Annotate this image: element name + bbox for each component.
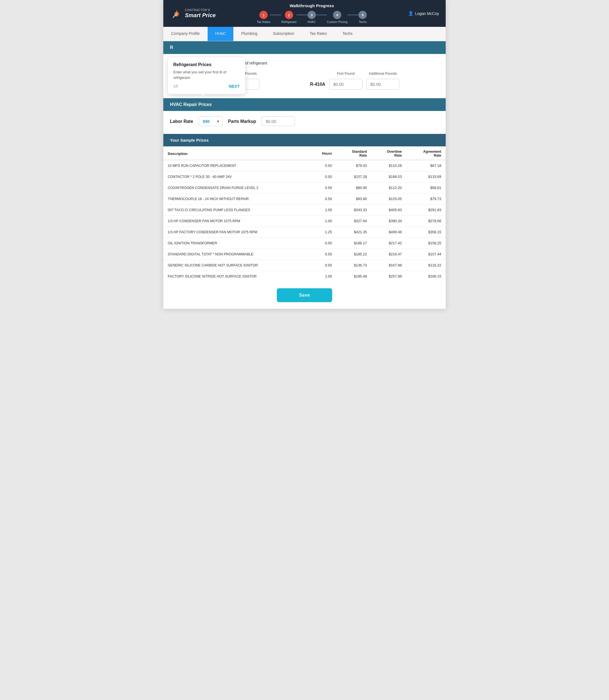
cell-overtime-3: $125.05 bbox=[371, 193, 406, 204]
cell-desc-3: THERMOCOUPLE 18 - 24 INCH WITHOUT REPAIR bbox=[163, 193, 309, 204]
r410a-group: First Pound Additional Pounds R-410A bbox=[310, 72, 439, 90]
cell-overtime-4: $405.83 bbox=[371, 204, 406, 216]
cell-overtime-2: $112.20 bbox=[371, 182, 406, 193]
tooltip-desc: Enter what you sell your first lb of ref… bbox=[173, 69, 240, 80]
table-row: STANDARD DIGITAL TSTAT * NON PROGRAMMABL… bbox=[163, 249, 446, 260]
refrigerant-section-header: R bbox=[163, 41, 446, 54]
save-button[interactable]: Save bbox=[277, 288, 332, 302]
main-content: R Refrigerant Prices Enter what you sell… bbox=[163, 41, 446, 309]
cell-overtime-1: $188.53 bbox=[371, 171, 406, 182]
cell-hours-6: 1.25 bbox=[309, 227, 336, 238]
cell-overtime-5: $390.34 bbox=[371, 216, 406, 227]
table-row: 1/3 HP FACTORY CONDENSER FAN MOTOR 1075 … bbox=[163, 227, 446, 238]
cell-standard-5: $327.84 bbox=[336, 216, 371, 227]
tab-company-profile[interactable]: Company Profile bbox=[163, 27, 208, 41]
tab-hvac[interactable]: HVAC bbox=[208, 27, 233, 41]
cell-desc-6: 1/3 HP FACTORY CONDENSER FAN MOTOR 1075 … bbox=[163, 227, 309, 238]
save-section: Save bbox=[163, 282, 446, 309]
cell-hours-3: 0.50 bbox=[309, 193, 336, 204]
step-circle-1: 1 bbox=[259, 11, 268, 19]
tooltip-step: 1/5 bbox=[173, 84, 178, 88]
sample-prices-header: Your Sample Prices bbox=[163, 134, 446, 146]
hvac-repair-controls-section: Labor Rate $75 $80 $85 $90 $95 $100 $110… bbox=[163, 111, 446, 134]
r410a-col-headers: First Pound Additional Pounds bbox=[310, 72, 439, 75]
top-bar: CONTRACTOR'S Smart Price Walkthrough Pro… bbox=[163, 0, 446, 27]
table-row: GENERIC SILICONE CARBIDE HOT SURFACE IGN… bbox=[163, 260, 446, 271]
col-header-agreement: AgreementRate bbox=[406, 146, 446, 160]
cell-overtime-7: $217.42 bbox=[371, 238, 406, 249]
logo-area: CONTRACTOR'S Smart Price bbox=[170, 7, 216, 20]
tab-subscription[interactable]: Subscription bbox=[265, 27, 302, 41]
cell-desc-9: GENERIC SILICONE CARBIDE HOT SURFACE IGN… bbox=[163, 260, 309, 271]
step-label-5: Techs bbox=[359, 20, 367, 23]
cell-hours-9: 0.50 bbox=[309, 260, 336, 271]
logo-text: CONTRACTOR'S Smart Price bbox=[185, 8, 216, 19]
step-circle-5: 5 bbox=[359, 11, 367, 19]
cell-overtime-10: $257.98 bbox=[371, 271, 406, 282]
cell-desc-8: STANDARD DIGITAL TSTAT * NON PROGRAMMABL… bbox=[163, 249, 309, 260]
step-4[interactable]: 4 Custom Pricing bbox=[327, 11, 348, 23]
tab-nav: Company Profile HVAC Plumbing Subscripti… bbox=[163, 27, 446, 41]
cell-overtime-6: $499.48 bbox=[371, 227, 406, 238]
user-icon: 👤 bbox=[408, 11, 414, 16]
cell-desc-2: CO2/NITROGEN CONDENSATE DRAIN PURGE LEVE… bbox=[163, 182, 309, 193]
cell-hours-10: 1.00 bbox=[309, 271, 336, 282]
tooltip-next-button[interactable]: NEXT bbox=[229, 84, 240, 89]
cell-standard-8: $185.22 bbox=[336, 249, 371, 260]
table-row: FACTORY SILICONE NITRIDE HOT SURFACE IGN… bbox=[163, 271, 446, 282]
r410a-additional-input[interactable] bbox=[366, 79, 399, 90]
cell-hours-1: 0.50 bbox=[309, 171, 336, 182]
step-3[interactable]: 3 HVAC bbox=[308, 11, 316, 23]
tab-techs[interactable]: Techs bbox=[335, 27, 361, 41]
user-area[interactable]: 👤 Logan McCoy bbox=[408, 11, 439, 16]
refrigerant-section-char: R bbox=[170, 45, 173, 50]
cell-standard-7: $186.17 bbox=[336, 238, 371, 249]
cell-agreement-9: $116.22 bbox=[406, 260, 446, 271]
cell-hours-0: 0.50 bbox=[309, 160, 336, 171]
cell-agreement-2: $68.81 bbox=[406, 182, 446, 193]
table-row: 1/3 HP CONDENSER FAN MOTOR 1075 RPM 1.00… bbox=[163, 216, 446, 227]
cell-agreement-8: $157.44 bbox=[406, 249, 446, 260]
r410a-additional-col-header: Additional Pounds bbox=[366, 72, 399, 75]
step-1[interactable]: 1 Tax Rates bbox=[257, 11, 270, 23]
cell-standard-2: $80.95 bbox=[336, 182, 371, 193]
tab-plumbing[interactable]: Plumbing bbox=[233, 27, 265, 41]
connector-3 bbox=[316, 15, 327, 15]
table-row: CONTACTOR * 2 POLE 35 - 40 AMP 24V 0.50 … bbox=[163, 171, 446, 182]
step-label-1: Tax Rates bbox=[257, 20, 270, 23]
cell-standard-4: $343.33 bbox=[336, 204, 371, 216]
tooltip-footer: 1/5 NEXT bbox=[173, 84, 240, 89]
labor-rate-select[interactable]: $75 $80 $85 $90 $95 $100 $110 $120 bbox=[199, 116, 223, 126]
labor-select-wrapper: $75 $80 $85 $90 $95 $100 $110 $120 ▼ bbox=[199, 116, 223, 126]
cell-standard-0: $79.03 bbox=[336, 160, 371, 171]
cell-agreement-6: $358.15 bbox=[406, 227, 446, 238]
cell-standard-3: $93.80 bbox=[336, 193, 371, 204]
col-header-overtime: OvertimeRate bbox=[371, 146, 406, 160]
table-row: THERMOCOUPLE 18 - 24 INCH WITHOUT REPAIR… bbox=[163, 193, 446, 204]
logo-contractor: CONTRACTOR'S bbox=[185, 8, 216, 12]
cell-overtime-8: $216.47 bbox=[371, 249, 406, 260]
cell-agreement-1: $133.69 bbox=[406, 171, 446, 182]
tab-tax-rates[interactable]: Tax Rates bbox=[302, 27, 335, 41]
refrigerant-section: Refrigerant Prices Enter what you sell y… bbox=[163, 54, 446, 98]
cell-desc-4: 007 TACO CI CIRCULATING PUMP LESS FLANGE… bbox=[163, 204, 309, 216]
step-5[interactable]: 5 Techs bbox=[359, 11, 367, 23]
user-name: Logan McCoy bbox=[415, 11, 439, 16]
parts-markup-input[interactable] bbox=[262, 116, 295, 126]
step-circle-3: 3 bbox=[308, 11, 316, 19]
cell-agreement-5: $278.66 bbox=[406, 216, 446, 227]
repair-controls: Labor Rate $75 $80 $85 $90 $95 $100 $110… bbox=[170, 116, 439, 126]
logo-icon bbox=[170, 7, 182, 20]
step-2[interactable]: 2 Refrigerant bbox=[281, 11, 296, 23]
cell-standard-10: $195.48 bbox=[336, 271, 371, 282]
cell-agreement-3: $79.73 bbox=[406, 193, 446, 204]
tooltip-title: Refrigerant Prices bbox=[173, 62, 240, 67]
table-header-row: Description Hours StandardRate OvertimeR… bbox=[163, 146, 446, 160]
col-header-description: Description bbox=[163, 146, 309, 160]
walkthrough-section: Walkthrough Progress 1 Tax Rates 2 Refri… bbox=[216, 3, 408, 23]
r410a-first-pound-input[interactable] bbox=[329, 79, 362, 90]
labor-rate-label: Labor Rate bbox=[170, 119, 193, 124]
table-row: CO2/NITROGEN CONDENSATE DRAIN PURGE LEVE… bbox=[163, 182, 446, 193]
col-header-standard: StandardRate bbox=[336, 146, 371, 160]
cell-agreement-10: $166.15 bbox=[406, 271, 446, 282]
